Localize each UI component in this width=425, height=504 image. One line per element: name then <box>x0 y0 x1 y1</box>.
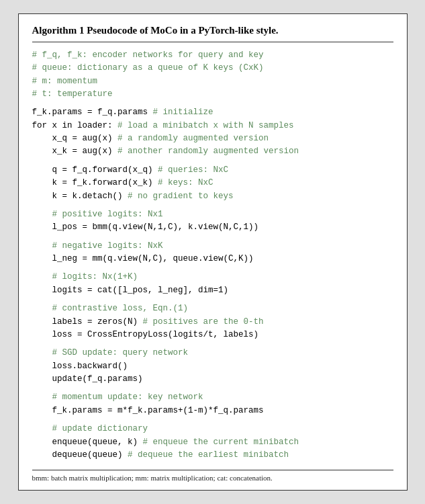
code-line: x_q = aug(x) # a randomly augmented vers… <box>32 132 393 145</box>
comment-line: # m: momentum <box>32 75 393 88</box>
code-line: f_k.params = m*f_k.params+(1-m)*f_q.para… <box>32 405 393 417</box>
code-line: update(f_q.params) <box>32 373 393 386</box>
algorithm-container: Algorithm 1 Pseudocode of MoCo in a PyTo… <box>18 13 408 491</box>
code-line: x_k = aug(x) # another randomly augmente… <box>32 145 393 158</box>
code-line: q = f_q.forward(x_q) # queries: NxC <box>32 164 393 177</box>
code-line: dequeue(queue) # dequeue the earliest mi… <box>32 449 393 462</box>
comment-line: # positive logits: Nx1 <box>32 208 393 221</box>
algorithm-title: Algorithm 1 Pseudocode of MoCo in a PyTo… <box>32 25 393 42</box>
code-line: l_neg = mm(q.view(N,C), queue.view(C,K)) <box>32 253 393 265</box>
code-line: for x in loader: # load a minibatch x wi… <box>32 120 393 132</box>
code-line: k = k.detach() # no gradient to keys <box>32 190 393 203</box>
code-block: # f_q, f_k: encoder networks for query a… <box>32 49 393 462</box>
comment-line: # f_q, f_k: encoder networks for query a… <box>32 49 393 62</box>
comment-line: # update dictionary <box>32 423 393 435</box>
comment-line: # momentum update: key network <box>32 391 393 404</box>
code-line: labels = zeros(N) # positives are the 0-… <box>32 316 393 329</box>
algorithm-footer: bmm: batch matrix multiplication; mm: ma… <box>32 470 393 482</box>
code-line: f_k.params = f_q.params # initialize <box>32 106 393 119</box>
algorithm-title-text: Pseudocode of MoCo in a PyTorch-like sty… <box>84 25 278 36</box>
comment-line: # queue: dictionary as a queue of K keys… <box>32 62 393 75</box>
code-line: enqueue(queue, k) # enqueue the current … <box>32 436 393 449</box>
comment-line: # negative logits: NxK <box>32 240 393 253</box>
code-line: loss = CrossEntropyLoss(logits/t, labels… <box>32 329 393 341</box>
code-line: logits = cat([l_pos, l_neg], dim=1) <box>32 284 393 297</box>
code-line: l_pos = bmm(q.view(N,1,C), k.view(N,C,1)… <box>32 221 393 234</box>
code-line: loss.backward() <box>32 360 393 373</box>
algorithm-label: Algorithm 1 <box>32 25 85 36</box>
comment-line: # logits: Nx(1+K) <box>32 271 393 284</box>
comment-line: # SGD update: query network <box>32 347 393 360</box>
comment-line: # contrastive loss, Eqn.(1) <box>32 302 393 315</box>
code-line: k = f_k.forward(x_k) # keys: NxC <box>32 177 393 190</box>
comment-line: # t: temperature <box>32 88 393 101</box>
